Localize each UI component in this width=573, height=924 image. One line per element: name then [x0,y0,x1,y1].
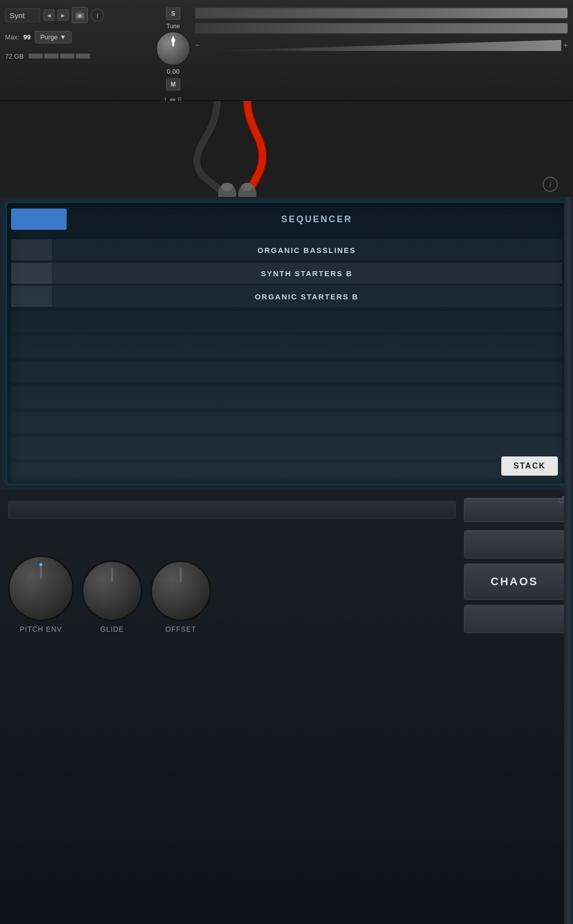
m-button[interactable]: M [166,78,180,90]
m-button-group: M [166,78,180,90]
svg-point-7 [241,183,253,191]
side-button-lower[interactable] [464,605,565,633]
daw-header: Synt ◀ ▶ i Max: 99 Purge ▼ 72 GB [0,0,573,101]
knobs-and-buttons-row: PITCH ENV GLIDE OFFSET CHAOS [8,530,565,633]
tune-knob[interactable] [155,31,191,66]
separator [11,234,562,239]
plus-button[interactable]: + [563,41,568,50]
svg-point-5 [221,183,233,191]
gb-label: 72 GB [5,53,24,60]
daw-left-panel: Synt ◀ ▶ i Max: 99 Purge ▼ 72 GB [5,5,151,64]
glide-label: GLIDE [100,625,124,633]
cpu-bar-4 [76,54,90,59]
info-circle-icon: i [549,180,551,188]
side-button-upper[interactable] [464,530,565,558]
slider-bar-2[interactable] [195,23,568,34]
svg-rect-3 [0,101,573,202]
top-button-row [8,498,565,522]
tune-label: Tune [167,23,180,30]
svg-point-1 [78,14,82,18]
list-item-empty [11,387,562,408]
pitch-env-group: PITCH ENV [8,555,74,633]
list-item-empty [11,437,562,458]
row-label: ORGANIC STARTERS B [51,292,562,301]
list-item-empty [11,311,562,332]
main-panel: SEQUENCER ORGANIC BASSLINES SYNTH STARTE… [0,197,573,924]
list-item-empty [11,412,562,433]
glide-group: GLIDE [82,560,142,633]
daw-third-row: 72 GB [5,48,151,64]
max-value: 99 [23,33,30,41]
daw-second-row: Max: 99 Purge ▼ [5,28,151,45]
svg-rect-2 [78,12,81,14]
volume-row: − + [195,40,568,51]
knobs-container: PITCH ENV GLIDE OFFSET [8,555,456,633]
list-item-empty [11,362,562,383]
offset-group: OFFSET [150,560,211,633]
seq-blue-block [11,209,67,230]
list-item-empty [11,336,562,357]
offset-knob[interactable] [150,560,211,621]
nav-prev-button[interactable]: ◀ [43,10,55,21]
purge-button[interactable]: Purge ▼ [35,31,72,43]
sm-button-group: S [166,8,180,20]
list-item[interactable]: ORGANIC BASSLINES [11,239,562,261]
right-button-col-bottom: CHAOS [464,530,565,633]
cable-area: i [0,101,573,202]
camera-button[interactable] [72,7,88,23]
glide-knob[interactable] [82,560,142,621]
daw-right-sliders: − + [195,5,568,51]
sequencer-rows: ORGANIC BASSLINES SYNTH STARTERS B ORGAN… [11,239,562,484]
tune-value: 0.00 [167,68,179,75]
s-button[interactable]: S [166,8,180,20]
nav-next-button[interactable]: ▶ [58,10,69,21]
row-indicator [11,263,51,284]
list-item[interactable]: ORGANIC STARTERS B [11,286,562,307]
right-button-col-top [464,498,565,522]
info-button[interactable]: i [91,9,104,22]
right-border [564,197,573,924]
sequencer-screen: SEQUENCER ORGANIC BASSLINES SYNTH STARTE… [6,202,567,485]
list-item-empty [11,463,562,484]
bottom-controls: ↺ PITCH ENV [0,490,573,924]
chaos-button[interactable]: CHAOS [464,563,565,600]
minus-button[interactable]: − [195,41,199,50]
row-label: ORGANIC BASSLINES [51,246,562,254]
sequencer-title: SEQUENCER [72,214,562,225]
row-label: SYNTH STARTERS B [51,269,562,278]
display-area [8,501,456,519]
volume-triangle[interactable] [201,40,561,51]
pitch-env-knob[interactable] [8,555,74,621]
list-item[interactable]: SYNTH STARTERS B [11,263,562,284]
display-bar-1 [8,501,456,519]
offset-label: OFFSET [165,625,196,633]
synth-label: Synt [5,9,40,22]
slider-bar-1[interactable] [195,8,568,19]
max-label: Max: [5,33,19,41]
stack-button[interactable]: STACK [501,456,558,476]
side-button-top[interactable] [464,498,565,522]
stack-button-container: STACK [501,456,558,476]
sequencer-title-row: SEQUENCER [11,207,562,231]
cable-svg [0,101,573,202]
cpu-bar-3 [60,54,74,59]
cpu-bar-2 [44,54,59,59]
row-indicator [11,286,51,307]
pitch-env-label: PITCH ENV [20,625,62,633]
daw-top-row: Synt ◀ ▶ i [5,5,151,25]
cpu-bars [29,54,90,59]
info-circle-button[interactable]: i [543,177,558,192]
pitch-env-dot [39,563,42,566]
row-indicator [11,239,51,261]
cpu-bar-1 [29,54,43,59]
